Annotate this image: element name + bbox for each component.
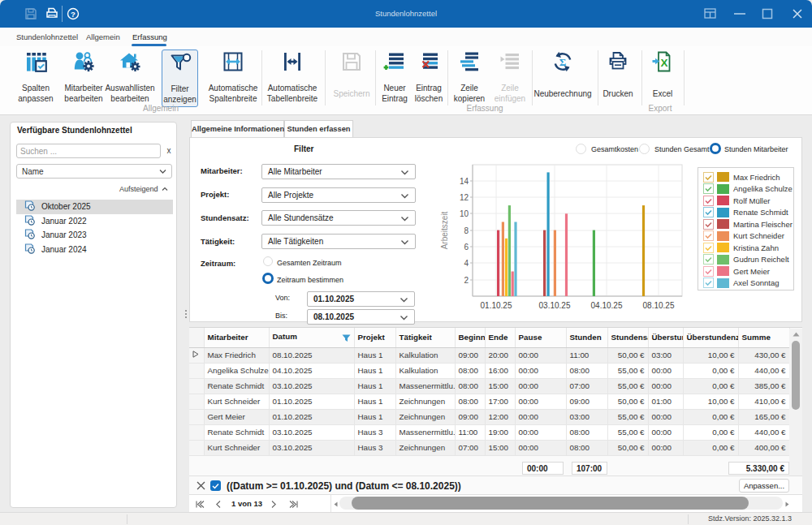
svg-text:01.10.25: 01.10.25 [481,301,512,310]
svg-text:4: 4 [464,259,469,268]
svg-text:6: 6 [464,243,469,252]
svg-text:12: 12 [460,193,469,202]
svg-text:10: 10 [460,209,469,218]
svg-text:08.10.25: 08.10.25 [643,301,675,310]
svg-text:04.10.25: 04.10.25 [591,301,623,310]
svg-text:03.10.25: 03.10.25 [539,301,571,310]
svg-text:8: 8 [464,226,469,235]
svg-text:Arbeitszeit: Arbeitszeit [440,211,449,249]
svg-text:2: 2 [464,276,469,285]
svg-text:X: X [660,57,667,69]
svg-text:14: 14 [460,177,469,186]
svg-text:Σ: Σ [559,56,567,68]
